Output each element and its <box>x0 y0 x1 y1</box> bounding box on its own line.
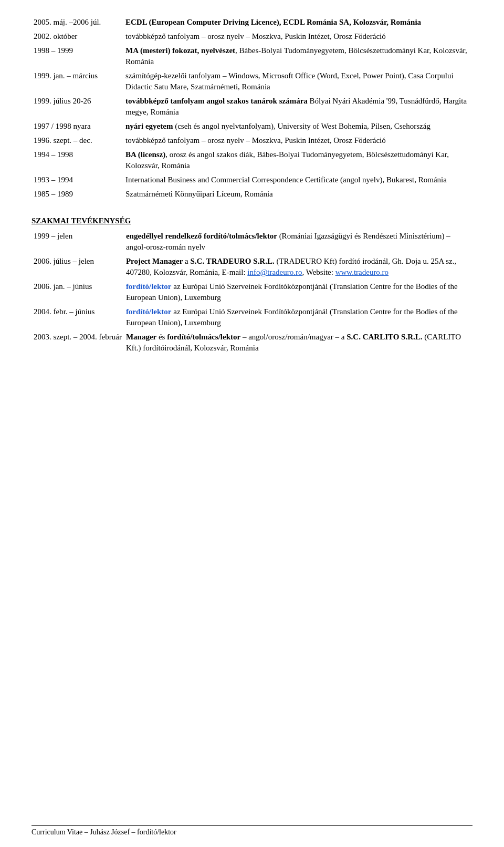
content-cell: International Business and Commercial Co… <box>123 173 472 188</box>
date-cell: 2005. máj. –2006 júl. <box>32 16 123 30</box>
content-text: engedéllyel rendelkező fordító/tolmács/l… <box>126 232 450 251</box>
content-text: Project Manager a S.C. TRADEURO S.R.L. (… <box>126 257 456 276</box>
table-row: 2003. szept. – 2004. február Manager és … <box>32 330 472 356</box>
email-link[interactable]: info@tradeuro.ro <box>247 268 302 276</box>
date-cell: 2002. október <box>32 30 123 44</box>
table-row: 1999 – jelen engedéllyel rendelkező ford… <box>32 230 472 255</box>
content-cell: engedéllyel rendelkező fordító/tolmács/l… <box>124 230 472 255</box>
content-cell: Szatmárnémeti Könnyűipari Líceum, Románi… <box>123 188 472 202</box>
content-cell: ECDL (European Computer Driving Licence)… <box>123 16 472 30</box>
table-row: 2005. máj. –2006 júl. ECDL (European Com… <box>32 16 472 30</box>
date-cell: 1998 – 1999 <box>32 44 123 69</box>
table-row: 2002. október továbbképző tanfolyam – or… <box>32 30 472 44</box>
education-table: 2005. máj. –2006 júl. ECDL (European Com… <box>32 16 472 202</box>
date-cell: 1994 – 1998 <box>32 148 123 173</box>
table-row: 1999. július 20-26 továbbképző tanfolyam… <box>32 95 472 120</box>
footer: Curriculum Vitae – Juhász József – fordí… <box>32 825 472 836</box>
table-row: 2004. febr. – június fordító/lektor az E… <box>32 305 472 330</box>
table-row: 1999. jan. – március számítógép-kezelői … <box>32 69 472 95</box>
content-cell: Project Manager a S.C. TRADEURO S.R.L. (… <box>124 255 472 280</box>
date-cell: 1993 – 1994 <box>32 173 123 188</box>
content-text: továbbképző tanfolyam angol szakos tanár… <box>125 97 467 116</box>
date-cell: 1997 / 1998 nyara <box>32 120 123 134</box>
table-row: 1993 – 1994 International Business and C… <box>32 173 472 188</box>
table-row: 1998 – 1999 MA (mesteri) fokozat, nyelvé… <box>32 44 472 69</box>
date-cell: 1999. július 20-26 <box>32 95 123 120</box>
content-text: nyári egyetem (cseh és angol nyelvtanfol… <box>125 122 430 130</box>
content-text: BA (licensz), orosz és angol szakos diák… <box>125 150 449 170</box>
content-cell: fordító/lektor az Európai Unió Szerveine… <box>124 305 472 330</box>
content-text: továbbképző tanfolyam – orosz nyelv – Mo… <box>125 32 386 40</box>
table-row: 1997 / 1998 nyara nyári egyetem (cseh és… <box>32 120 472 134</box>
content-text: MA (mesteri) fokozat, nyelvészet, Bábes-… <box>125 46 467 66</box>
date-cell: 2004. febr. – június <box>32 305 124 330</box>
content-text: továbbképző tanfolyam – orosz nyelv – Mo… <box>125 136 386 144</box>
content-text: fordító/lektor az Európai Unió Szerveine… <box>126 282 458 302</box>
date-cell: 1999 – jelen <box>32 230 124 255</box>
table-row: 2006. július – jelen Project Manager a S… <box>32 255 472 280</box>
table-row: 2006. jan. – június fordító/lektor az Eu… <box>32 280 472 305</box>
table-row: 1994 – 1998 BA (licensz), orosz és angol… <box>32 148 472 173</box>
date-cell: 2006. jan. – június <box>32 280 124 305</box>
footer-text: Curriculum Vitae – Juhász József – fordí… <box>32 828 176 836</box>
content-text: Szatmárnémeti Könnyűipari Líceum, Románi… <box>125 190 273 198</box>
section-title-professional: SZAKMAI TEVÉKENYSÉG <box>32 216 472 225</box>
content-text: ECDL (European Computer Driving Licence)… <box>125 18 421 26</box>
content-text: Manager és fordító/tolmács/lektor – ango… <box>126 333 461 352</box>
main-content: 2005. máj. –2006 júl. ECDL (European Com… <box>32 16 472 356</box>
table-row: 1985 – 1989 Szatmárnémeti Könnyűipari Lí… <box>32 188 472 202</box>
content-cell: továbbképző tanfolyam angol szakos tanár… <box>123 95 472 120</box>
content-cell: továbbképző tanfolyam – orosz nyelv – Mo… <box>123 134 472 148</box>
date-cell: 2003. szept. – 2004. február <box>32 330 124 356</box>
content-cell: fordító/lektor az Európai Unió Szerveine… <box>124 280 472 305</box>
content-cell: BA (licensz), orosz és angol szakos diák… <box>123 148 472 173</box>
website-link[interactable]: www.tradeuro.ro <box>335 268 389 276</box>
date-cell: 2006. július – jelen <box>32 255 124 280</box>
professional-table: 1999 – jelen engedéllyel rendelkező ford… <box>32 230 472 356</box>
date-cell: 1985 – 1989 <box>32 188 123 202</box>
content-cell: továbbképző tanfolyam – orosz nyelv – Mo… <box>123 30 472 44</box>
content-text: fordító/lektor az Európai Unió Szerveine… <box>126 307 458 327</box>
date-cell: 1996. szept. – dec. <box>32 134 123 148</box>
content-cell: MA (mesteri) fokozat, nyelvészet, Bábes-… <box>123 44 472 69</box>
content-text: számítógép-kezelői tanfolyam – Windows, … <box>125 71 454 91</box>
content-cell: számítógép-kezelői tanfolyam – Windows, … <box>123 69 472 95</box>
table-row: 1996. szept. – dec. továbbképző tanfolya… <box>32 134 472 148</box>
date-cell: 1999. jan. – március <box>32 69 123 95</box>
content-cell: nyári egyetem (cseh és angol nyelvtanfol… <box>123 120 472 134</box>
content-text: International Business and Commercial Co… <box>125 175 447 184</box>
content-cell: Manager és fordító/tolmács/lektor – ango… <box>124 330 472 356</box>
